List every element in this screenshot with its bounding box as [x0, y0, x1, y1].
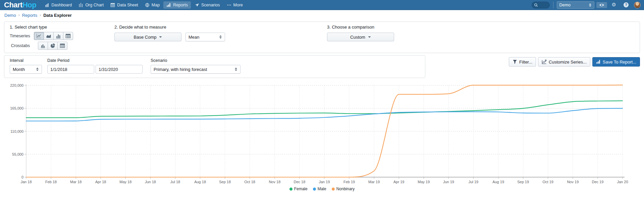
- nav-label: Data Sheet: [117, 3, 138, 7]
- nav-item-map[interactable]: Map: [142, 1, 163, 9]
- crosstab-table-button[interactable]: [57, 42, 67, 50]
- comparison-dropdown[interactable]: Custom: [327, 33, 394, 41]
- navbar-divider: [553, 2, 553, 8]
- logo-text-chart: Chart: [4, 1, 22, 9]
- crosstabs-label: Crosstabs: [10, 42, 30, 50]
- search-box[interactable]: [532, 2, 550, 8]
- nav-item-scenarios[interactable]: Scenarios: [192, 1, 223, 9]
- svg-text:Jan 19: Jan 19: [319, 180, 330, 184]
- svg-text:Jan 18: Jan 18: [20, 180, 32, 184]
- filter-button[interactable]: Filter...: [509, 57, 536, 67]
- step-decide-measure: 2. Decide what to measure Base Comp Mean: [114, 25, 327, 49]
- scenario-select[interactable]: Primary, with hiring forecast: [151, 65, 240, 74]
- legend-dot: [332, 188, 335, 191]
- breadcrumb-current-page: Data Explorer: [43, 13, 72, 18]
- column-chart-icon: [56, 33, 61, 39]
- svg-text:Mar 19: Mar 19: [368, 180, 380, 184]
- interval-field: Interval Month: [10, 58, 42, 74]
- chart-actions: Filter... Customize Series... Save To Re…: [509, 55, 640, 78]
- customize-series-button[interactable]: Customize Series...: [538, 57, 590, 67]
- legend-item-male[interactable]: Male: [313, 187, 326, 191]
- nav-item-more[interactable]: More: [224, 1, 246, 9]
- scenario-arrow-icon: [195, 3, 199, 7]
- chart-filters-panel: Interval Month Date Period Scenario Prim…: [4, 55, 425, 78]
- interval-label: Interval: [10, 58, 42, 63]
- svg-text:Feb 19: Feb 19: [343, 180, 355, 184]
- crosstab-type-group: [38, 42, 67, 50]
- main-nav: Dashboard Org Chart Data Sheet Map Repor…: [42, 1, 246, 9]
- legend-item-female[interactable]: Female: [289, 187, 308, 191]
- nav-item-dashboard[interactable]: Dashboard: [42, 1, 75, 9]
- svg-text:Jul 19: Jul 19: [469, 180, 478, 184]
- legend-label: Female: [294, 187, 308, 191]
- nav-label: Reports: [173, 3, 188, 7]
- comparison-value: Custom: [350, 35, 365, 40]
- aggregation-select[interactable]: Mean: [185, 33, 225, 41]
- breadcrumb-separator: ›: [40, 13, 41, 17]
- date-start-input[interactable]: [47, 65, 94, 74]
- svg-text:Apr 19: Apr 19: [393, 180, 404, 184]
- svg-text:220,000: 220,000: [10, 83, 23, 87]
- chart-type-table-button[interactable]: [63, 32, 73, 40]
- timeseries-line-chart: 055,000110,000165,000220,000Jan 18Feb 18…: [0, 83, 644, 185]
- crosstab-column-button[interactable]: [38, 42, 48, 50]
- navbar-right: Demo ⚙ ?: [532, 1, 641, 9]
- date-end-input[interactable]: [96, 65, 143, 74]
- svg-text:165,000: 165,000: [10, 106, 23, 110]
- breadcrumb-link-reports[interactable]: Reports: [22, 13, 38, 18]
- chart-type-column-button[interactable]: [53, 32, 63, 40]
- svg-text:55,000: 55,000: [12, 152, 23, 156]
- eye-icon: [599, 3, 604, 7]
- double-caret-icon: [36, 67, 39, 72]
- org-selector[interactable]: Demo: [557, 1, 594, 9]
- svg-text:Apr 18: Apr 18: [95, 180, 106, 184]
- legend-item-nonbinary[interactable]: Nonbinary: [332, 187, 355, 191]
- date-period-field: Date Period: [47, 58, 143, 74]
- pie-chart-icon: [50, 43, 55, 48]
- settings-button[interactable]: ⚙: [609, 1, 619, 8]
- chart-setup-panel: 1. Select chart type Timeseries Crosstab…: [4, 22, 640, 53]
- caret-down-icon: [159, 36, 162, 38]
- save-to-report-button[interactable]: Save To Report...: [592, 57, 640, 67]
- nav-item-data-sheet[interactable]: Data Sheet: [107, 1, 141, 9]
- svg-text:Dec 19: Dec 19: [592, 180, 603, 184]
- svg-text:Jun 18: Jun 18: [145, 180, 156, 184]
- breadcrumb-link-demo[interactable]: Demo: [4, 13, 16, 18]
- view-toggle-button[interactable]: [596, 2, 607, 8]
- interval-select[interactable]: Month: [10, 65, 42, 74]
- legend-label: Male: [318, 187, 326, 191]
- scenario-field: Scenario Primary, with hiring forecast: [151, 58, 240, 74]
- charthop-logo[interactable]: ChartHop: [4, 0, 36, 10]
- legend-dot: [313, 188, 316, 191]
- svg-text:0: 0: [21, 175, 23, 179]
- chart-type-area-button[interactable]: [44, 32, 54, 40]
- nav-label: Scenarios: [201, 3, 220, 7]
- svg-text:Aug 18: Aug 18: [194, 180, 206, 184]
- svg-text:Jun 19: Jun 19: [443, 180, 454, 184]
- timeseries-label: Timeseries: [10, 32, 30, 40]
- help-icon: ?: [624, 2, 629, 7]
- bar-chart-icon: [45, 3, 49, 7]
- caret-down-icon: [368, 36, 371, 38]
- nav-label: More: [233, 3, 243, 7]
- nav-label: Map: [152, 3, 160, 7]
- nav-item-reports[interactable]: Reports: [163, 1, 191, 9]
- breadcrumb: Demo › Reports › Data Explorer: [0, 10, 644, 20]
- logo-text-hop: Hop: [22, 1, 36, 9]
- double-caret-icon: [234, 67, 237, 72]
- chart-type-line-button[interactable]: [34, 32, 44, 40]
- crosstab-pie-button[interactable]: [48, 42, 58, 50]
- svg-text:Dec 18: Dec 18: [293, 180, 305, 184]
- save-to-report-label: Save To Report...: [603, 59, 636, 65]
- aggregation-value: Mean: [189, 35, 200, 40]
- nav-item-org-chart[interactable]: Org Chart: [75, 1, 107, 9]
- filter-button-label: Filter...: [519, 59, 532, 65]
- area-chart-icon: [46, 33, 51, 39]
- top-navbar: ChartHop Dashboard Org Chart Data Sheet …: [0, 0, 644, 10]
- funnel-icon: [513, 59, 517, 64]
- help-button[interactable]: ?: [621, 1, 631, 8]
- user-avatar[interactable]: [634, 2, 641, 8]
- measure-field-dropdown[interactable]: Base Comp: [114, 33, 181, 41]
- timeseries-type-group: [34, 32, 73, 40]
- interval-value: Month: [13, 67, 25, 72]
